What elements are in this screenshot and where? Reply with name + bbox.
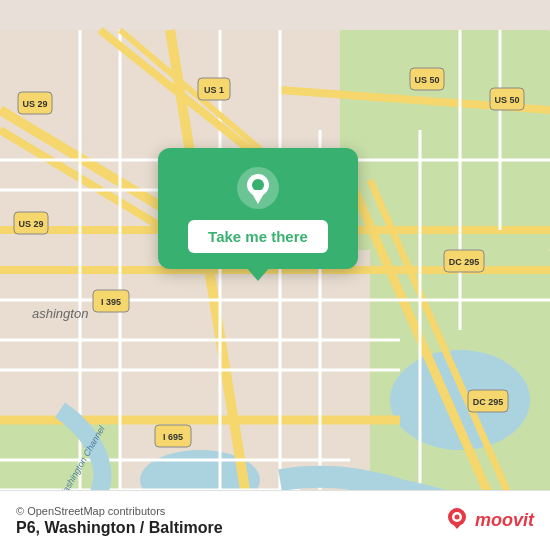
svg-text:US 50: US 50: [414, 75, 439, 85]
svg-rect-1: [340, 30, 550, 250]
svg-text:US 29: US 29: [22, 99, 47, 109]
svg-text:I 695: I 695: [163, 432, 183, 442]
popup-card: Take me there: [158, 148, 358, 269]
map-background: US 29 US 1 US 50 US 50 US 29 I 395 I 695…: [0, 0, 550, 550]
svg-text:DC 295: DC 295: [449, 257, 480, 267]
svg-marker-60: [452, 523, 462, 529]
map-container: US 29 US 1 US 50 US 50 US 29 I 395 I 695…: [0, 0, 550, 550]
svg-text:US 50: US 50: [494, 95, 519, 105]
svg-point-59: [454, 514, 459, 519]
svg-text:I 395: I 395: [101, 297, 121, 307]
svg-text:DC 295: DC 295: [473, 397, 504, 407]
svg-text:US 29: US 29: [18, 219, 43, 229]
moovit-logo-icon: [443, 507, 471, 535]
moovit-logo: moovit: [443, 507, 534, 535]
svg-text:ashington: ashington: [32, 306, 88, 321]
location-pin-icon: [236, 166, 280, 210]
svg-text:US 1: US 1: [204, 85, 224, 95]
map-attribution: © OpenStreetMap contributors: [16, 505, 223, 517]
bottom-bar: © OpenStreetMap contributors P6, Washing…: [0, 490, 550, 550]
take-me-there-button[interactable]: Take me there: [188, 220, 328, 253]
location-label: P6, Washington / Baltimore: [16, 519, 223, 537]
moovit-logo-text: moovit: [475, 510, 534, 531]
svg-point-55: [252, 179, 264, 191]
